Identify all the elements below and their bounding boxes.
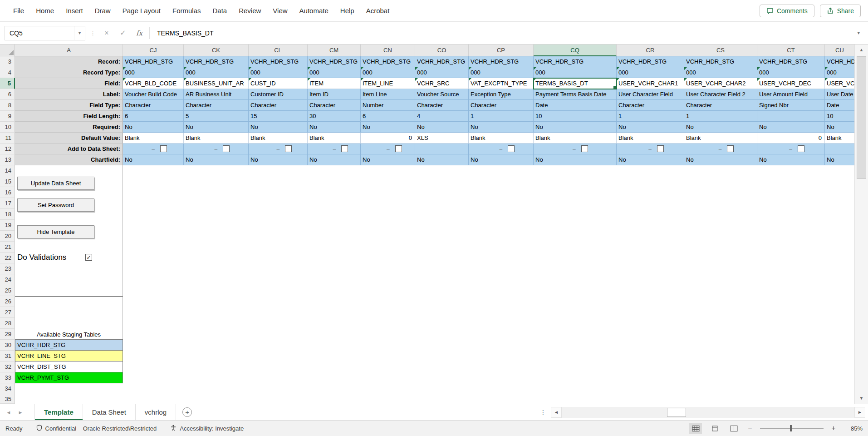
add-to-data-sheet-checkbox-CP[interactable] [508,145,515,152]
empty-cells-row-15[interactable] [123,176,855,187]
cell-CS12[interactable]: – [684,144,757,154]
cell-CK10[interactable]: No [184,122,249,133]
cell-CP12[interactable]: – [469,144,534,154]
cell-CK9[interactable]: 5 [184,111,249,122]
cell-CO6[interactable]: Voucher Source [415,89,469,100]
menu-automate[interactable]: Automate [294,7,334,15]
cell-CQ3[interactable]: VCHR_HDR_STG [534,56,617,67]
cell-CU4[interactable]: 000 [825,67,855,78]
cell-CJ8[interactable]: Character [123,100,184,111]
cell-CJ6[interactable]: Voucher Build Code [123,89,184,100]
set-password-button[interactable]: Set Password [17,198,94,212]
empty-cells-row-18[interactable] [123,209,855,220]
menu-acrobat[interactable]: Acrobat [360,7,396,15]
row-header-9[interactable]: 9 [0,111,15,122]
cell-CU3[interactable]: VCHR_HDR_S [825,56,855,67]
menu-help[interactable]: Help [334,7,360,15]
cell-CQ13[interactable]: No [534,154,617,165]
empty-cells-row-29[interactable] [123,329,855,340]
horizontal-scrollbar[interactable]: ◄ ► [551,407,865,418]
cell-CQ4[interactable]: 000 [534,67,617,78]
row-header-16[interactable]: 16 [0,187,15,198]
cell-CS10[interactable]: No [684,122,757,133]
column-header-CO[interactable]: CO [415,45,469,56]
cell-CM5[interactable]: ITEM [308,78,361,89]
zoom-out-button[interactable]: − [746,424,754,432]
menu-view[interactable]: View [267,7,293,15]
cell-A23[interactable] [15,263,123,274]
cell-CU11[interactable]: Blank [825,133,855,144]
cell-CS13[interactable]: No [684,154,757,165]
row-header-10[interactable]: 10 [0,122,15,133]
cell-CU8[interactable]: Date [825,100,855,111]
cell-CQ11[interactable]: Blank [534,133,617,144]
cell-CT3[interactable]: VCHR_HDR_STG [757,56,825,67]
cell-CJ13[interactable]: No [123,154,184,165]
zoom-in-button[interactable]: + [830,424,837,432]
row-header-27[interactable]: 27 [0,307,15,318]
cell-CM10[interactable]: No [308,122,361,133]
cell-A28[interactable] [15,318,123,329]
cell-CJ5[interactable]: VCHR_BLD_CODE [123,78,184,89]
cell-CP3[interactable]: VCHR_HDR_STG [469,56,534,67]
cell-A14[interactable] [15,165,123,176]
sensitivity-label[interactable]: Confidential – Oracle Restricted\Restric… [36,425,157,432]
view-page-break-button[interactable] [727,423,740,434]
cell-CT9[interactable] [757,111,825,122]
row-header-35[interactable]: 35 [0,394,15,404]
add-to-data-sheet-checkbox-CN[interactable] [395,145,402,152]
column-header-CQ[interactable]: CQ [534,45,617,56]
cell-CR5[interactable]: USER_VCHR_CHAR1 [617,78,684,89]
cell-CT8[interactable]: Signed Nbr [757,100,825,111]
cell-CR10[interactable]: No [617,122,684,133]
row-header-19[interactable]: 19 [0,220,15,231]
empty-cells-row-17[interactable] [123,198,855,209]
cell-A17[interactable]: Set Password [15,198,123,209]
cell-CR8[interactable]: Character [617,100,684,111]
menu-draw[interactable]: Draw [89,7,117,15]
cell-CQ10[interactable]: No [534,122,617,133]
add-to-data-sheet-checkbox-CS[interactable] [727,145,734,152]
cell-CR3[interactable]: VCHR_HDR_STG [617,56,684,67]
cell-CN10[interactable]: No [361,122,415,133]
cell-CR6[interactable]: User Character Field [617,89,684,100]
cell-CK4[interactable]: 000 [184,67,249,78]
share-button[interactable]: Share [820,5,861,17]
cell-CT11[interactable]: 0 [757,133,825,144]
cell-CT12[interactable]: – [757,144,825,154]
menu-formulas[interactable]: Formulas [167,7,207,15]
cell-CU13[interactable]: No [825,154,855,165]
row-header-25[interactable]: 25 [0,285,15,296]
empty-cells-row-19[interactable] [123,220,855,231]
add-to-data-sheet-checkbox-CT[interactable] [798,145,804,152]
cell-CN11[interactable]: 0 [361,133,415,144]
cell-CO3[interactable]: VCHR_HDR_STG [415,56,469,67]
cell-CO11[interactable]: XLS [415,133,469,144]
cell-A24[interactable] [15,274,123,285]
row-header-18[interactable]: 18 [0,209,15,220]
add-sheet-button[interactable]: + [182,407,192,417]
cell-CO5[interactable]: VCHR_SRC [415,78,469,89]
vertical-scroll-thumb[interactable] [857,56,866,179]
column-header-CT[interactable]: CT [757,45,825,56]
row-header-14[interactable]: 14 [0,165,15,176]
scroll-left-icon[interactable]: ◄ [551,407,562,418]
accessibility-status[interactable]: Accessibility: Investigate [170,425,244,432]
cell-CS4[interactable]: 000 [684,67,757,78]
row-header-3[interactable]: 3 [0,56,15,67]
row-header-6[interactable]: 6 [0,89,15,100]
cell-CL12[interactable]: – [249,144,308,154]
column-header-A[interactable]: A [15,45,123,56]
cell-CS8[interactable]: Character [684,100,757,111]
name-box-dropdown-icon[interactable]: ▾ [74,26,85,40]
empty-cells-row-34[interactable] [123,383,855,394]
cell-CP5[interactable]: VAT_EXCPTN_TYPE [469,78,534,89]
cell-CU12[interactable] [825,144,855,154]
formula-input[interactable]: TERMS_BASIS_DT [153,22,850,44]
row-header-21[interactable]: 21 [0,242,15,253]
row-header-22[interactable]: 22 [0,253,15,263]
cell-A27[interactable] [15,307,123,318]
column-header-CS[interactable]: CS [684,45,757,56]
cell-CR9[interactable]: 1 [617,111,684,122]
cell-CR4[interactable]: 000 [617,67,684,78]
